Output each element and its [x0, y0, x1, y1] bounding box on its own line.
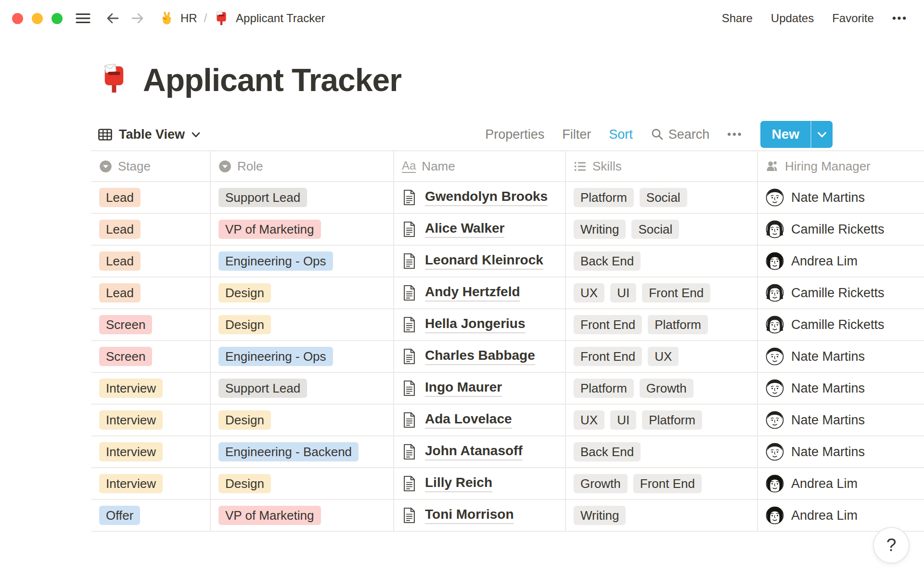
skills-cell[interactable]: Front EndPlatform: [566, 309, 758, 340]
role-tag[interactable]: Support Lead: [218, 379, 307, 398]
hiring-manager-cell[interactable]: Camille Ricketts: [758, 277, 924, 308]
role-cell[interactable]: Support Lead: [211, 182, 394, 213]
role-cell[interactable]: Design: [211, 405, 394, 435]
name-cell[interactable]: Gwendolyn Brooks: [394, 182, 566, 213]
skill-tag[interactable]: UX: [648, 347, 679, 366]
applicant-page-link[interactable]: Leonard Kleinrock: [425, 252, 543, 270]
new-button[interactable]: New: [760, 121, 810, 148]
name-cell[interactable]: Lilly Reich: [394, 468, 566, 499]
updates-button[interactable]: Updates: [771, 12, 814, 25]
stage-cell[interactable]: Interview: [91, 468, 211, 499]
column-header-stage[interactable]: Stage: [91, 151, 211, 181]
page-emoji-postbox-icon[interactable]: [99, 64, 129, 96]
role-cell[interactable]: Support Lead: [211, 373, 394, 404]
stage-tag[interactable]: Screen: [99, 315, 152, 334]
stage-cell[interactable]: Interview: [91, 373, 211, 404]
role-tag[interactable]: VP of Marketing: [218, 220, 321, 239]
skill-tag[interactable]: Social: [631, 220, 679, 239]
role-tag[interactable]: Support Lead: [218, 188, 307, 207]
stage-cell[interactable]: Lead: [91, 277, 211, 308]
role-tag[interactable]: Design: [218, 410, 271, 430]
column-header-name[interactable]: AaName: [394, 151, 566, 181]
sort-button[interactable]: Sort: [609, 127, 633, 142]
role-cell[interactable]: VP of Marketing: [211, 500, 394, 531]
stage-cell[interactable]: Screen: [91, 309, 211, 340]
breadcrumb-item-page[interactable]: Applicant Tracker: [214, 11, 325, 26]
hiring-manager-cell[interactable]: Nate Martins: [758, 436, 924, 467]
skill-tag[interactable]: UX: [574, 410, 604, 430]
stage-cell[interactable]: Lead: [91, 246, 211, 276]
stage-cell[interactable]: Lead: [91, 182, 211, 213]
search-button[interactable]: Search: [651, 127, 710, 142]
hiring-manager-cell[interactable]: Nate Martins: [758, 405, 924, 435]
role-cell[interactable]: Design: [211, 309, 394, 340]
skills-cell[interactable]: Back End: [566, 436, 758, 467]
stage-cell[interactable]: Offer: [91, 500, 211, 531]
skill-tag[interactable]: Writing: [574, 220, 626, 239]
skills-cell[interactable]: UXUIFront End: [566, 277, 758, 308]
applicant-page-link[interactable]: Lilly Reich: [425, 475, 492, 492]
skill-tag[interactable]: Front End: [633, 474, 702, 493]
name-cell[interactable]: Andy Hertzfeld: [394, 277, 566, 308]
applicant-page-link[interactable]: John Atanasoff: [425, 443, 523, 460]
share-button[interactable]: Share: [722, 12, 753, 25]
zoom-window-button[interactable]: [51, 13, 63, 24]
name-cell[interactable]: Charles Babbage: [394, 341, 566, 372]
breadcrumb-item-hr[interactable]: HR: [159, 11, 197, 26]
role-cell[interactable]: Engineering - Ops: [211, 246, 394, 276]
stage-tag[interactable]: Lead: [99, 188, 141, 207]
column-header-manager[interactable]: Hiring Manager: [758, 151, 924, 181]
properties-button[interactable]: Properties: [485, 127, 544, 142]
skill-tag[interactable]: Front End: [574, 347, 642, 366]
stage-tag[interactable]: Lead: [99, 283, 141, 302]
skills-cell[interactable]: Front EndUX: [566, 341, 758, 372]
name-cell[interactable]: Alice Walker: [394, 214, 566, 245]
skill-tag[interactable]: Back End: [574, 251, 641, 271]
skill-tag[interactable]: Back End: [574, 442, 641, 461]
skill-tag[interactable]: Front End: [574, 315, 642, 334]
forward-icon[interactable]: [130, 11, 145, 26]
skill-tag[interactable]: UI: [610, 410, 636, 430]
name-cell[interactable]: Hella Jongerius: [394, 309, 566, 340]
applicant-page-link[interactable]: Ingo Maurer: [425, 380, 502, 397]
table-view-switcher[interactable]: Table View: [98, 127, 201, 142]
role-tag[interactable]: Engineering - Ops: [218, 347, 333, 366]
applicant-page-link[interactable]: Alice Walker: [425, 221, 504, 238]
skill-tag[interactable]: Front End: [642, 283, 710, 302]
applicant-page-link[interactable]: Andy Hertzfeld: [425, 284, 520, 302]
role-cell[interactable]: Engineering - Ops: [211, 341, 394, 372]
back-icon[interactable]: [105, 11, 120, 26]
skills-cell[interactable]: PlatformGrowth: [566, 373, 758, 404]
close-window-button[interactable]: [12, 13, 23, 24]
role-cell[interactable]: Design: [211, 468, 394, 499]
skills-cell[interactable]: Writing: [566, 500, 758, 531]
hiring-manager-cell[interactable]: Nate Martins: [758, 373, 924, 404]
role-tag[interactable]: Design: [218, 474, 271, 493]
stage-cell[interactable]: Interview: [91, 405, 211, 435]
role-tag[interactable]: Engineering - Ops: [218, 251, 333, 271]
skill-tag[interactable]: UX: [574, 283, 604, 302]
hiring-manager-cell[interactable]: Camille Ricketts: [758, 309, 924, 340]
name-cell[interactable]: Ingo Maurer: [394, 373, 566, 404]
hiring-manager-cell[interactable]: Nate Martins: [758, 341, 924, 372]
role-tag[interactable]: Design: [218, 283, 271, 302]
skill-tag[interactable]: Platform: [574, 188, 634, 207]
hiring-manager-cell[interactable]: Andrea Lim: [758, 500, 924, 531]
column-header-role[interactable]: Role: [211, 151, 394, 181]
hiring-manager-cell[interactable]: Nate Martins: [758, 182, 924, 213]
skills-cell[interactable]: GrowthFront End: [566, 468, 758, 499]
help-button[interactable]: ?: [873, 527, 910, 564]
page-title[interactable]: Applicant Tracker: [143, 62, 401, 98]
name-cell[interactable]: Leonard Kleinrock: [394, 246, 566, 276]
skills-cell[interactable]: WritingSocial: [566, 214, 758, 245]
name-cell[interactable]: John Atanasoff: [394, 436, 566, 467]
stage-tag[interactable]: Screen: [99, 347, 152, 366]
skill-tag[interactable]: Growth: [574, 474, 628, 493]
skill-tag[interactable]: Platform: [642, 410, 702, 430]
more-options-icon[interactable]: •••: [892, 12, 908, 25]
skill-tag[interactable]: Growth: [640, 379, 693, 398]
skill-tag[interactable]: Writing: [574, 506, 626, 525]
applicant-page-link[interactable]: Gwendolyn Brooks: [425, 189, 548, 206]
hiring-manager-cell[interactable]: Camille Ricketts: [758, 214, 924, 245]
role-tag[interactable]: Design: [218, 315, 271, 334]
